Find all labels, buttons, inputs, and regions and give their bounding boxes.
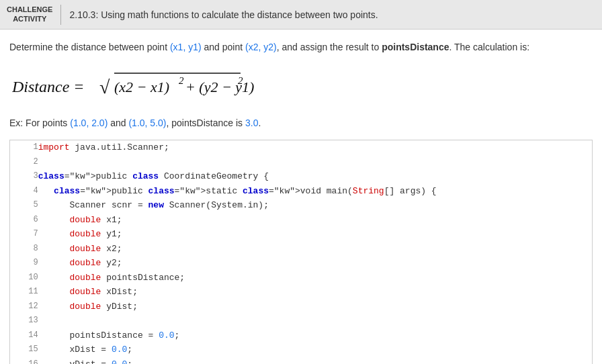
code-row: 2 <box>10 155 592 170</box>
line-number: 13 <box>10 314 38 328</box>
line-code: double y2; <box>38 256 592 271</box>
line-number: 10 <box>10 271 38 285</box>
code-row: 15 xDist = 0.0; <box>10 343 592 357</box>
line-number: 15 <box>10 343 38 357</box>
line-code: yDist = 0.0; <box>38 357 592 365</box>
line-number: 7 <box>10 227 38 242</box>
code-row: 9 double y2; <box>10 256 592 271</box>
code-table: 1import java.util.Scanner;2 3class="kw">… <box>10 140 592 364</box>
line-code: pointsDistance = 0.0; <box>38 328 592 343</box>
challenge-title: 2.10.3: Using math functions to calculat… <box>69 9 378 20</box>
code-row: 1import java.util.Scanner; <box>10 140 592 155</box>
challenge-label: CHALLENGE ACTIVITY <box>7 5 52 23</box>
line-code: double x1; <box>38 213 592 228</box>
header-bar: CHALLENGE ACTIVITY 2.10.3: Using math fu… <box>0 0 602 30</box>
point1-coords: (x1, y1) <box>170 42 202 52</box>
line-number: 14 <box>10 328 38 343</box>
code-row: 13 <box>10 314 592 328</box>
formula-svg: Distance = √ (x2 − x1) 2 + (y2 − y1) 2 <box>12 65 254 104</box>
header-divider <box>60 5 61 25</box>
variable-name: pointsDistance <box>382 42 449 52</box>
line-number: 5 <box>10 198 38 213</box>
code-row: 14 pointsDistance = 0.0; <box>10 328 592 343</box>
line-number: 12 <box>10 300 38 314</box>
svg-text:2: 2 <box>179 75 184 86</box>
line-number: 8 <box>10 242 38 257</box>
line-code: class="kw">public class="kw">static clas… <box>38 184 592 199</box>
code-row: 12 double yDist; <box>10 300 592 314</box>
line-code <box>38 314 592 328</box>
code-row: 3class="kw">public class CoordinateGeome… <box>10 169 592 184</box>
line-code: xDist = 0.0; <box>38 343 592 357</box>
code-row: 11 double xDist; <box>10 285 592 300</box>
svg-text:(x2 − x1): (x2 − x1) <box>114 79 169 95</box>
line-code: double yDist; <box>38 300 592 314</box>
code-row: 16 yDist = 0.0; <box>10 357 592 365</box>
line-code: Scanner scnr = new Scanner(System.in); <box>38 198 592 213</box>
code-row: 8 double x2; <box>10 242 592 257</box>
svg-text:+ (y2 − y1): + (y2 − y1) <box>185 79 254 95</box>
line-code: double xDist; <box>38 285 592 300</box>
code-editor[interactable]: 1import java.util.Scanner;2 3class="kw">… <box>9 140 593 364</box>
line-code: double y1; <box>38 227 592 242</box>
code-row: 4 class="kw">public class="kw">static cl… <box>10 184 592 199</box>
line-code: double pointsDistance; <box>38 271 592 285</box>
example-text: Ex: For points (1.0, 2.0) and (1.0, 5.0)… <box>9 116 593 130</box>
line-number: 4 <box>10 184 38 199</box>
line-number: 11 <box>10 285 38 300</box>
line-number: 9 <box>10 256 38 271</box>
example-result: 3.0 <box>245 118 258 128</box>
line-number: 3 <box>10 169 38 184</box>
point2-coords: (x2, y2) <box>245 42 277 52</box>
code-row: 5 Scanner scnr = new Scanner(System.in); <box>10 198 592 213</box>
line-code: import java.util.Scanner; <box>38 140 592 155</box>
code-row: 7 double y1; <box>10 227 592 242</box>
description-text: Determine the distance between point (x1… <box>9 40 593 54</box>
line-code: double x2; <box>38 242 592 257</box>
example-point2: (1.0, 5.0) <box>128 118 166 128</box>
svg-text:Distance =: Distance = <box>12 78 85 95</box>
line-number: 16 <box>10 357 38 365</box>
line-number: 1 <box>10 140 38 155</box>
line-number: 2 <box>10 155 38 170</box>
example-point1: (1.0, 2.0) <box>70 118 108 128</box>
line-number: 6 <box>10 213 38 228</box>
line-code: class="kw">public class CoordinateGeomet… <box>38 169 592 184</box>
svg-text:2: 2 <box>238 75 243 86</box>
svg-text:√: √ <box>99 77 110 97</box>
code-row: 6 double x1; <box>10 213 592 228</box>
main-content: Determine the distance between point (x1… <box>0 30 602 364</box>
code-row: 10 double pointsDistance; <box>10 271 592 285</box>
formula-block: Distance = √ (x2 − x1) 2 + (y2 − y1) 2 <box>9 65 593 104</box>
distance-formula: Distance = √ (x2 − x1) 2 + (y2 − y1) 2 <box>12 65 593 104</box>
line-code <box>38 155 592 170</box>
